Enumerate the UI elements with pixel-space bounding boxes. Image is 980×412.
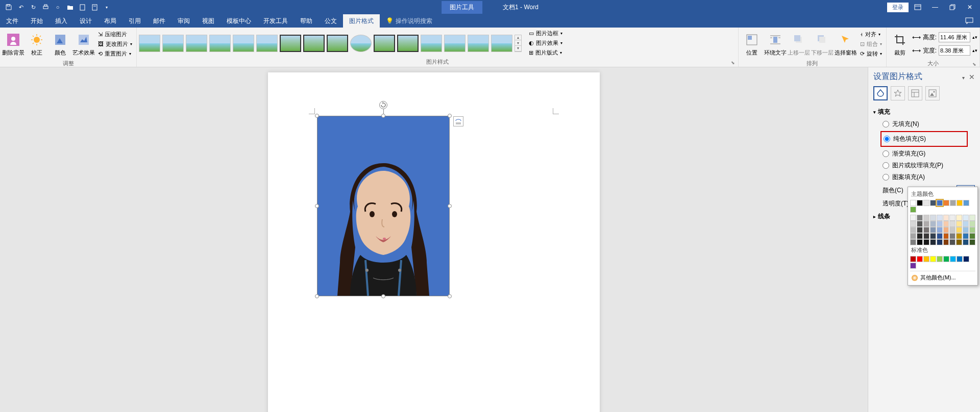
- wrap-text-button[interactable]: 环绕文字: [764, 29, 787, 59]
- undo-icon[interactable]: ↶: [16, 3, 26, 12]
- color-swatch[interactable]: [910, 227, 916, 233]
- color-swatch[interactable]: [956, 215, 962, 221]
- color-swatch[interactable]: [957, 200, 963, 206]
- close-icon[interactable]: ✕: [962, 1, 978, 13]
- resize-handle[interactable]: [448, 114, 452, 118]
- style-thumb[interactable]: [303, 35, 325, 52]
- color-swatch[interactable]: [930, 233, 936, 239]
- position-button[interactable]: 位置: [741, 29, 763, 59]
- tab-layout[interactable]: 布局: [98, 14, 122, 28]
- tab-help[interactable]: 帮助: [294, 14, 318, 28]
- color-swatch[interactable]: [917, 239, 923, 245]
- pane-close-icon[interactable]: ✕: [969, 73, 975, 81]
- page-icon[interactable]: [90, 3, 99, 12]
- tab-developer[interactable]: 开发工具: [257, 14, 294, 28]
- color-swatch[interactable]: [949, 215, 955, 221]
- color-swatch[interactable]: [969, 221, 975, 227]
- resize-handle[interactable]: [448, 204, 452, 208]
- spinner-icon[interactable]: ▴▾: [972, 35, 977, 39]
- color-swatch[interactable]: [963, 233, 969, 239]
- compress-picture-button[interactable]: ⇲压缩图片: [96, 30, 134, 39]
- color-swatch[interactable]: [963, 239, 969, 245]
- picture-layout-button[interactable]: ⊞图片版式▾: [527, 48, 565, 58]
- align-button[interactable]: ⫞对齐▾: [858, 30, 884, 39]
- style-thumb[interactable]: [139, 35, 160, 52]
- open-icon[interactable]: [65, 3, 75, 12]
- color-swatch[interactable]: [923, 233, 929, 239]
- color-swatch[interactable]: [943, 233, 949, 239]
- save-icon[interactable]: [4, 3, 13, 12]
- circle-icon[interactable]: ○: [53, 3, 62, 12]
- minimize-icon[interactable]: —: [927, 1, 943, 13]
- style-thumb[interactable]: [491, 35, 512, 52]
- color-swatch[interactable]: [930, 221, 936, 227]
- color-swatch[interactable]: [923, 227, 929, 233]
- color-swatch[interactable]: [930, 239, 936, 245]
- tab-template[interactable]: 模板中心: [220, 14, 257, 28]
- style-thumb[interactable]: [280, 35, 301, 52]
- color-swatch[interactable]: [923, 200, 929, 206]
- color-swatch[interactable]: [930, 227, 936, 233]
- pane-tab-fill[interactable]: [873, 86, 888, 100]
- color-swatch[interactable]: [943, 227, 949, 233]
- color-swatch[interactable]: [969, 239, 975, 245]
- login-button[interactable]: 登录: [887, 3, 909, 12]
- color-swatch[interactable]: [937, 239, 943, 245]
- style-thumb[interactable]: [468, 35, 489, 52]
- picture-fill-radio[interactable]: 图片或纹理填充(P): [873, 160, 975, 171]
- color-swatch[interactable]: [937, 215, 943, 221]
- color-swatch[interactable]: [910, 221, 916, 227]
- color-swatch[interactable]: [917, 221, 923, 227]
- resize-handle[interactable]: [448, 294, 452, 298]
- color-swatch[interactable]: [963, 215, 969, 221]
- picture-effects-button[interactable]: ◐图片效果▾: [527, 38, 565, 48]
- resize-handle[interactable]: [315, 114, 319, 118]
- width-input[interactable]: [939, 45, 970, 56]
- color-swatch[interactable]: [923, 221, 929, 227]
- resize-handle[interactable]: [381, 114, 385, 118]
- tab-review[interactable]: 审阅: [172, 14, 196, 28]
- color-swatch[interactable]: [956, 227, 962, 233]
- color-swatch[interactable]: [910, 207, 916, 213]
- reset-picture-button[interactable]: ⟲重置图片▾: [96, 49, 134, 59]
- pattern-fill-radio[interactable]: 图案填充(A): [873, 171, 975, 183]
- resize-handle[interactable]: [315, 294, 319, 298]
- color-swatch[interactable]: [937, 200, 943, 206]
- color-swatch[interactable]: [969, 215, 975, 221]
- color-swatch[interactable]: [950, 200, 956, 206]
- style-thumb[interactable]: [397, 35, 419, 52]
- color-swatch[interactable]: [949, 227, 955, 233]
- tab-gongwen[interactable]: 公文: [318, 14, 343, 28]
- color-swatch[interactable]: [969, 227, 975, 233]
- color-swatch[interactable]: [943, 200, 949, 206]
- selected-picture[interactable]: [317, 116, 450, 296]
- resize-handle[interactable]: [315, 204, 319, 208]
- color-swatch[interactable]: [949, 233, 955, 239]
- pane-tab-effects[interactable]: [891, 86, 905, 100]
- color-swatch[interactable]: [917, 256, 923, 262]
- gallery-expand-button[interactable]: ▴▾▾: [514, 35, 522, 52]
- color-swatch[interactable]: [969, 233, 975, 239]
- solid-fill-radio[interactable]: 纯色填充(S): [884, 133, 965, 145]
- style-thumb[interactable]: [233, 35, 254, 52]
- color-swatch[interactable]: [963, 227, 969, 233]
- color-swatch[interactable]: [943, 221, 949, 227]
- artistic-effects-button[interactable]: 艺术效果: [72, 29, 95, 59]
- layout-options-button[interactable]: [453, 116, 463, 126]
- bring-forward-button[interactable]: 上移一层: [788, 29, 810, 59]
- no-fill-radio[interactable]: 无填充(N): [873, 118, 975, 130]
- color-swatch[interactable]: [930, 215, 936, 221]
- style-thumb[interactable]: [256, 35, 278, 52]
- color-swatch[interactable]: [937, 221, 943, 227]
- corrections-button[interactable]: 校正: [26, 29, 48, 59]
- spinner-icon[interactable]: ▴▾: [972, 48, 977, 53]
- color-swatch[interactable]: [963, 256, 969, 262]
- qat-dropdown-icon[interactable]: ▾: [102, 3, 111, 12]
- color-swatch[interactable]: [910, 215, 916, 221]
- pane-options-icon[interactable]: ▾: [962, 75, 965, 81]
- tab-mail[interactable]: 邮件: [147, 14, 172, 28]
- send-backward-button[interactable]: 下移一层: [811, 29, 834, 59]
- style-thumb[interactable]: [186, 35, 207, 52]
- color-swatch[interactable]: [943, 239, 949, 245]
- new-icon[interactable]: [78, 3, 87, 12]
